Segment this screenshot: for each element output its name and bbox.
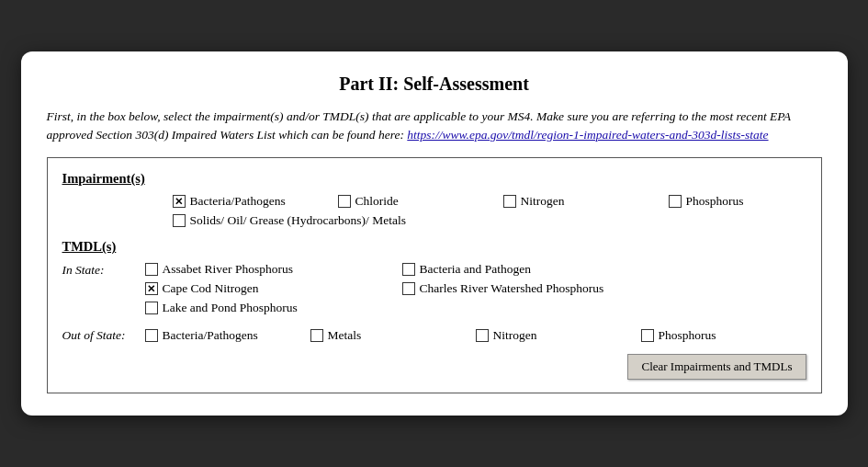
page-title: Part II: Self-Assessment (47, 74, 822, 95)
out-metals[interactable]: Metals (310, 328, 476, 343)
epa-link[interactable]: https://www.epa.gov/tmdl/region-1-impair… (407, 128, 768, 142)
out-metals-checkbox[interactable] (310, 329, 323, 342)
impairments-row-2: Solids/ Oil/ Grease (Hydrocarbons)/ Meta… (173, 213, 806, 228)
tmdl-charles[interactable]: Charles River Watershed Phosphorus (402, 281, 659, 296)
tmdl-bacteria-pathogen[interactable]: Bacteria and Pathogen (402, 262, 659, 277)
out-nitrogen-checkbox[interactable] (476, 329, 489, 342)
imp-chloride-checkbox[interactable] (338, 195, 351, 208)
tmdl-lakeandpond-checkbox[interactable] (145, 302, 158, 314)
out-state-label: Out of State: (62, 327, 145, 343)
impairment-nitrogen[interactable]: Nitrogen (503, 194, 669, 209)
in-state-row: In State: Assabet River Phosphorus Bacte… (62, 262, 806, 320)
tmdls-label: TMDL(s) (62, 239, 806, 255)
tmdl-lakeandpond[interactable]: Lake and Pond Phosphorus (145, 301, 402, 315)
tmdl-bacteria-checkbox[interactable] (402, 263, 415, 276)
impairment-phosphorus[interactable]: Phosphorus (669, 194, 834, 209)
imp-phosphorus-checkbox[interactable] (669, 195, 682, 208)
out-state-checkboxes: Bacteria/Pathogens Metals Nitrogen Phosp… (145, 328, 806, 343)
in-state-checkboxes: Assabet River Phosphorus Bacteria and Pa… (145, 262, 806, 320)
out-nitrogen[interactable]: Nitrogen (476, 328, 641, 343)
out-state-row: Out of State: Bacteria/Pathogens Metals … (62, 327, 806, 343)
impairment-bacteria-pathogens[interactable]: Bacteria/Pathogens (173, 194, 338, 209)
impairments-label: Impairment(s) (62, 171, 806, 187)
tmdl-charles-checkbox[interactable] (402, 282, 415, 295)
imp-solids-checkbox[interactable] (173, 214, 186, 227)
out-bacteria[interactable]: Bacteria/Pathogens (145, 328, 310, 343)
clear-button[interactable]: Clear Impairments and TMDLs (627, 354, 806, 380)
tmdl-capecod[interactable]: Cape Cod Nitrogen (145, 281, 402, 296)
imp-nitrogen-checkbox[interactable] (503, 195, 516, 208)
impairment-solids[interactable]: Solids/ Oil/ Grease (Hydrocarbons)/ Meta… (173, 213, 448, 228)
clear-btn-row: Clear Impairments and TMDLs (62, 354, 806, 380)
tmdl-assabet-checkbox[interactable] (145, 263, 158, 276)
intro-text: First, in the box below, select the impa… (47, 108, 822, 145)
impairments-row-1: Bacteria/Pathogens Chloride Nitrogen Pho… (173, 194, 806, 209)
tmdl-capecod-checkbox[interactable] (145, 282, 158, 295)
imp-bacteria-checkbox[interactable] (173, 195, 186, 208)
out-phosphorus[interactable]: Phosphorus (641, 328, 806, 343)
out-bacteria-checkbox[interactable] (145, 329, 158, 342)
main-window: Part II: Self-Assessment First, in the b… (21, 51, 848, 416)
tmdls-section: TMDL(s) In State: Assabet River Phosphor… (62, 239, 806, 343)
in-state-label: In State: (62, 262, 145, 278)
form-box: Impairment(s) Bacteria/Pathogens Chlorid… (47, 157, 822, 393)
tmdl-assabet[interactable]: Assabet River Phosphorus (145, 262, 402, 277)
impairment-chloride[interactable]: Chloride (338, 194, 503, 209)
out-phosphorus-checkbox[interactable] (641, 329, 654, 342)
